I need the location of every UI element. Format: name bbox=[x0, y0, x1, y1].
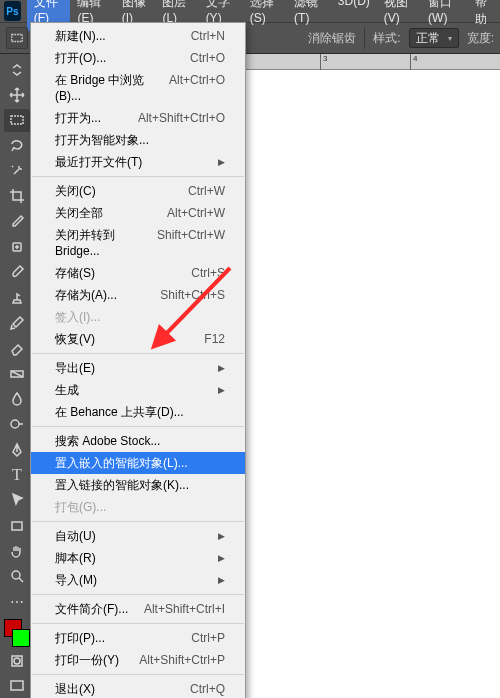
magic-wand-tool[interactable] bbox=[4, 159, 30, 182]
menu-item-label: 签入(I)... bbox=[55, 309, 100, 325]
ruler-tick: 3 bbox=[320, 54, 327, 70]
menu-item-label: 打包(G)... bbox=[55, 499, 106, 515]
submenu-arrow-icon: ▶ bbox=[218, 550, 225, 566]
menubar-item[interactable]: 视图(V) bbox=[377, 0, 421, 31]
type-tool[interactable]: T bbox=[4, 463, 30, 486]
rectangle-tool[interactable] bbox=[4, 514, 30, 537]
menu-item[interactable]: 导出(E)▶ bbox=[31, 357, 245, 379]
menu-item-label: 在 Behance 上共享(D)... bbox=[55, 404, 184, 420]
menu-item[interactable]: 打印(P)...Ctrl+P bbox=[31, 627, 245, 649]
menu-item[interactable]: 置入链接的智能对象(K)... bbox=[31, 474, 245, 496]
ruler-tick: 4 bbox=[410, 54, 417, 70]
menubar-item[interactable]: 选择(S) bbox=[243, 0, 287, 31]
menu-item[interactable]: 在 Bridge 中浏览(B)...Alt+Ctrl+O bbox=[31, 69, 245, 107]
brush-tool[interactable] bbox=[4, 261, 30, 284]
menu-item-label: 自动(U) bbox=[55, 528, 96, 544]
menu-separator bbox=[32, 426, 244, 427]
menu-separator bbox=[32, 521, 244, 522]
menu-item[interactable]: 脚本(R)▶ bbox=[31, 547, 245, 569]
color-swatch[interactable] bbox=[4, 619, 30, 647]
menu-item-shortcut: Shift+Ctrl+S bbox=[160, 287, 225, 303]
toolbox: T ⋯ bbox=[0, 54, 34, 698]
menu-item[interactable]: 存储为(A)...Shift+Ctrl+S bbox=[31, 284, 245, 306]
menu-separator bbox=[32, 353, 244, 354]
menu-separator bbox=[32, 176, 244, 177]
menu-item-shortcut: Alt+Ctrl+W bbox=[167, 205, 225, 221]
menu-item[interactable]: 打开为智能对象... bbox=[31, 129, 245, 151]
blur-tool[interactable] bbox=[4, 387, 30, 410]
menu-item[interactable]: 打开为...Alt+Shift+Ctrl+O bbox=[31, 107, 245, 129]
chevron-down-icon: ▾ bbox=[448, 34, 452, 43]
menu-item[interactable]: 关闭全部Alt+Ctrl+W bbox=[31, 202, 245, 224]
menu-item[interactable]: 最近打开文件(T)▶ bbox=[31, 151, 245, 173]
menu-item[interactable]: 在 Behance 上共享(D)... bbox=[31, 401, 245, 423]
submenu-arrow-icon: ▶ bbox=[218, 528, 225, 544]
current-tool-indicator[interactable] bbox=[6, 27, 28, 49]
menu-item[interactable]: 导入(M)▶ bbox=[31, 569, 245, 591]
menu-item: 打包(G)... bbox=[31, 496, 245, 518]
menubar-item[interactable]: 3D(D) bbox=[331, 0, 377, 31]
menu-item[interactable]: 存储(S)Ctrl+S bbox=[31, 262, 245, 284]
menu-item-label: 最近打开文件(T) bbox=[55, 154, 142, 170]
menu-item-label: 存储(S) bbox=[55, 265, 95, 281]
eraser-tool[interactable] bbox=[4, 337, 30, 360]
dodge-tool[interactable] bbox=[4, 413, 30, 436]
menu-item-label: 打开(O)... bbox=[55, 50, 106, 66]
marquee-tool[interactable] bbox=[4, 109, 30, 132]
menu-item[interactable]: 打开(O)...Ctrl+O bbox=[31, 47, 245, 69]
menu-item[interactable]: 自动(U)▶ bbox=[31, 525, 245, 547]
eyedropper-tool[interactable] bbox=[4, 210, 30, 233]
menubar-item[interactable]: 窗口(W) bbox=[421, 0, 468, 31]
menu-item-label: 置入嵌入的智能对象(L)... bbox=[55, 455, 188, 471]
menu-item[interactable]: 搜索 Adobe Stock... bbox=[31, 430, 245, 452]
menu-item[interactable]: 新建(N)...Ctrl+N bbox=[31, 25, 245, 47]
svg-rect-12 bbox=[12, 522, 22, 530]
menu-item-label: 文件简介(F)... bbox=[55, 601, 128, 617]
menu-item-shortcut: Alt+Ctrl+O bbox=[169, 72, 225, 104]
gradient-tool[interactable] bbox=[4, 362, 30, 385]
menu-item[interactable]: 置入嵌入的智能对象(L)... bbox=[31, 452, 245, 474]
svg-point-13 bbox=[12, 571, 20, 579]
menu-item[interactable]: 关闭(C)Ctrl+W bbox=[31, 180, 245, 202]
submenu-arrow-icon: ▶ bbox=[218, 382, 225, 398]
clone-stamp-tool[interactable] bbox=[4, 286, 30, 309]
menubar-item[interactable]: 帮助 bbox=[468, 0, 500, 31]
menu-item-label: 打印(P)... bbox=[55, 630, 105, 646]
hand-tool[interactable] bbox=[4, 539, 30, 562]
menu-item[interactable]: 恢复(V)F12 bbox=[31, 328, 245, 350]
menu-item-label: 关闭全部 bbox=[55, 205, 103, 221]
menu-item-label: 导入(M) bbox=[55, 572, 97, 588]
style-value: 正常 bbox=[416, 30, 440, 47]
menu-item[interactable]: 退出(X)Ctrl+Q bbox=[31, 678, 245, 698]
menubar-item[interactable]: 滤镜(T) bbox=[287, 0, 331, 31]
move-tool[interactable] bbox=[4, 83, 30, 106]
menu-item-label: 脚本(R) bbox=[55, 550, 96, 566]
style-dropdown[interactable]: 正常 ▾ bbox=[409, 28, 459, 48]
history-brush-tool[interactable] bbox=[4, 311, 30, 334]
screen-mode-tool[interactable] bbox=[4, 675, 30, 698]
quickmask-tool[interactable] bbox=[4, 649, 30, 672]
menu-item-shortcut: Ctrl+W bbox=[188, 183, 225, 199]
submenu-arrow-icon: ▶ bbox=[218, 572, 225, 588]
crop-tool[interactable] bbox=[4, 185, 30, 208]
menu-item[interactable]: 打印一份(Y)Alt+Shift+Ctrl+P bbox=[31, 649, 245, 671]
menu-item-shortcut: Shift+Ctrl+W bbox=[157, 227, 225, 259]
menubar: Ps 文件(F)编辑(E)图像(I)图层(L)文字(Y)选择(S)滤镜(T)3D… bbox=[0, 0, 500, 22]
app-logo: Ps bbox=[4, 1, 21, 21]
menu-item[interactable]: 关闭并转到 Bridge...Shift+Ctrl+W bbox=[31, 224, 245, 262]
lasso-tool[interactable] bbox=[4, 134, 30, 157]
menu-item-label: 打印一份(Y) bbox=[55, 652, 119, 668]
zoom-tool[interactable] bbox=[4, 565, 30, 588]
svg-point-15 bbox=[14, 658, 20, 664]
path-selection-tool[interactable] bbox=[4, 489, 30, 512]
menu-item[interactable]: 文件简介(F)...Alt+Shift+Ctrl+I bbox=[31, 598, 245, 620]
svg-point-11 bbox=[11, 420, 19, 428]
background-color[interactable] bbox=[12, 629, 30, 647]
menu-item[interactable]: 生成▶ bbox=[31, 379, 245, 401]
toggle-panels-icon[interactable] bbox=[4, 58, 30, 81]
tool-options-icon[interactable]: ⋯ bbox=[4, 590, 30, 613]
menu-item-label: 搜索 Adobe Stock... bbox=[55, 433, 160, 449]
pen-tool[interactable] bbox=[4, 438, 30, 461]
healing-brush-tool[interactable] bbox=[4, 235, 30, 258]
menu-item-shortcut: Ctrl+S bbox=[191, 265, 225, 281]
